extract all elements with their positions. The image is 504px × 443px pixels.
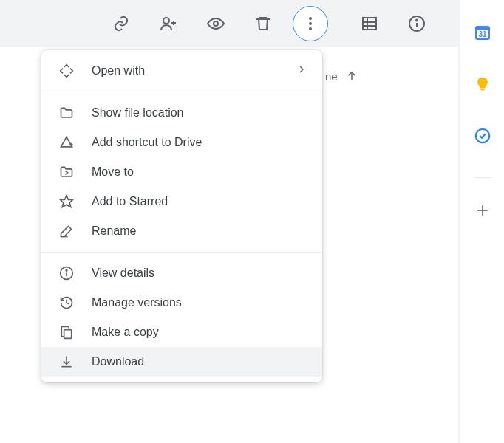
view-layout-button[interactable] [352,6,387,41]
keep-icon [474,76,491,92]
menu-item-label: View details [92,267,307,280]
info-icon [408,15,426,32]
menu-rename[interactable]: Rename [41,216,322,246]
delete-button[interactable] [245,6,281,41]
svg-point-11 [416,20,418,21]
svg-text:31: 31 [478,30,487,38]
menu-item-label: Make a copy [92,326,307,339]
menu-item-label: Download [92,355,307,368]
menu-item-label: Add to Starred [92,195,307,208]
calendar-app-button[interactable]: 31 [468,18,497,47]
more-actions-button[interactable] [293,6,328,41]
more-vert-icon [302,15,319,32]
svg-rect-27 [64,330,72,339]
open-with-icon [58,62,75,80]
svg-point-0 [163,18,169,24]
copy-icon [58,323,75,341]
add-shortcut-icon [58,134,75,151]
info-button[interactable] [399,6,435,41]
top-toolbar [0,0,504,47]
svg-point-26 [66,269,67,271]
menu-open-with[interactable]: Open with [41,56,322,86]
preview-button[interactable] [198,6,234,41]
context-menu: Open with Show file location Add shortcu… [41,50,322,382]
menu-manage-versions[interactable]: Manage versions [41,288,322,317]
info-outline-icon [58,264,75,282]
person-add-icon [160,15,177,32]
svg-point-2 [309,17,312,20]
trash-icon [254,15,272,32]
folder-icon [58,104,75,122]
svg-point-3 [309,22,312,25]
svg-rect-5 [363,18,376,30]
svg-marker-22 [61,196,73,207]
menu-item-label: Manage versions [92,296,307,309]
tasks-app-button[interactable] [468,121,497,151]
side-panel-divider [474,177,491,178]
menu-item-label: Add shortcut to Drive [92,136,307,149]
menu-add-starred[interactable]: Add to Starred [41,187,322,216]
menu-open-with-label: Open with [92,64,296,78]
download-icon [58,353,75,371]
get-link-button[interactable] [103,6,139,41]
menu-move-to[interactable]: Move to [41,157,322,187]
svg-point-4 [309,27,312,30]
share-button[interactable] [151,6,186,41]
keep-app-button[interactable] [468,69,497,99]
plus-icon [475,203,490,218]
side-panel: 31 [460,0,504,443]
arrow-up-icon [345,69,358,83]
menu-make-copy[interactable]: Make a copy [41,317,322,347]
menu-view-details[interactable]: View details [41,258,322,288]
link-icon [112,15,130,32]
menu-download[interactable]: Download [41,347,322,377]
svg-point-1 [214,21,218,26]
column-header-label: ne [325,70,338,83]
column-header-partial[interactable]: ne [325,69,358,83]
move-to-icon [58,163,75,181]
svg-rect-16 [480,89,485,90]
menu-divider [41,252,322,253]
add-addon-button[interactable] [468,196,497,225]
menu-divider [41,92,322,92]
menu-item-label: Rename [92,224,307,238]
rename-icon [58,222,75,240]
list-layout-icon [361,15,378,32]
tasks-icon [474,128,491,144]
eye-icon [207,15,225,32]
menu-show-file-location[interactable]: Show file location [41,98,322,128]
menu-add-shortcut[interactable]: Add shortcut to Drive [41,128,322,157]
chevron-right-icon [296,63,307,78]
menu-item-label: Show file location [92,106,307,120]
menu-item-label: Move to [92,165,307,179]
calendar-icon: 31 [474,24,491,41]
star-icon [58,193,75,210]
versions-icon [58,294,75,312]
